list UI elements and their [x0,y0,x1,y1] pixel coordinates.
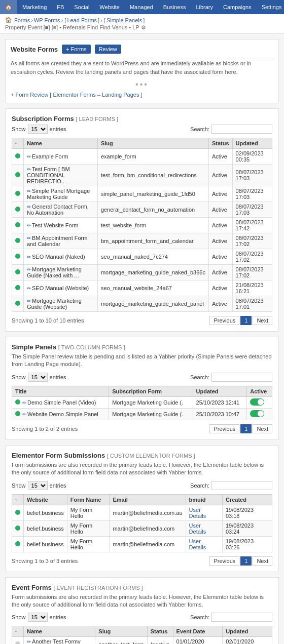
ev-col-name[interactable]: Name [24,626,95,637]
ef-col-formname[interactable]: Form Name [67,494,110,505]
next-button-subscription[interactable]: Next [253,316,272,325]
entries-select-subscription[interactable]: 152550 [28,125,48,134]
show-entries-event: Show 152550 entries [12,613,66,622]
sp-col-title[interactable]: Title [12,386,109,396]
entries-select-elementor[interactable]: 152550 [28,481,48,490]
updated-cell: 08/07/2023 17:03 [232,186,272,202]
nav-social[interactable]: Social [69,0,94,14]
form-review-bracket: [ Elementor Forms – Landing Pages ] [50,92,142,98]
review-button[interactable]: Review [95,45,121,54]
search-input-subscription[interactable] [211,125,272,134]
search-input-event[interactable] [211,613,272,622]
nav-fb[interactable]: FB [52,0,69,14]
show-entries-simple: Show 152550 entries [12,373,66,382]
sp-col-updated[interactable]: Updated [193,386,247,396]
name-cell: ✏Example Form [24,149,98,165]
nav-campaigns[interactable]: Campaigns [218,0,257,14]
website-cell: belief.business [24,536,67,552]
ev-col-updated[interactable]: Updated [223,626,272,637]
edit-icon[interactable]: ✏ [27,188,31,194]
toggle-active[interactable] [250,398,264,406]
ef-col-bmuid[interactable]: bmuid [186,494,222,505]
page-1-elementor[interactable]: 1 [240,556,252,566]
breadcrumb-simple-panels[interactable]: Simple Panels [106,17,142,23]
page-1-simple[interactable]: 1 [240,424,252,433]
ef-col-website[interactable]: Website [24,494,67,505]
nav-settings[interactable]: Settings [257,0,284,14]
show-entries-subscription: Show 152550 entries [12,125,66,134]
status-dot [15,641,20,644]
prev-button-simple[interactable]: Previous [209,424,239,433]
pagination-controls-subscription: Previous 1 Next [209,316,272,325]
updated-cell: 21/08/2023 16:21 [232,280,272,296]
ev-col-status[interactable]: Status [147,626,173,637]
next-button-simple[interactable]: Next [253,424,272,433]
ef-col-created[interactable]: Created [222,494,272,505]
user-details-link[interactable]: User Details [189,507,206,519]
col-name[interactable]: Name [24,138,98,149]
search-input-simple[interactable] [211,373,272,382]
edit-icon[interactable]: ✏ [27,254,31,260]
status-cell [12,233,24,249]
ev-col-eventdate[interactable]: Event Date [173,626,223,637]
edit-icon[interactable]: ✏ [27,223,31,228]
elementor-forms-section: Elementor Form Submissions [ CUSTOM ELEM… [5,445,279,572]
user-details-link[interactable]: User Details [189,522,206,535]
status-dot [15,269,20,274]
ev-col-slug[interactable]: Slug [95,626,147,637]
event-forms-title: Event Forms [ EVENT REGISTRATION FORMS ] [12,584,272,591]
slug-cell: seo_manual_website_24a67 [97,280,208,296]
status-dot [15,399,20,405]
edit-icon[interactable]: ✏ [27,298,31,304]
breadcrumb-lead-forms[interactable]: Lead Forms [67,17,97,23]
col-status[interactable]: Status [208,138,232,149]
nav-library[interactable]: Library [191,0,218,14]
nav-managed[interactable]: Managed [125,0,158,14]
add-forms-button[interactable]: + Forms [62,45,91,54]
sp-col-active[interactable]: Active [247,386,272,396]
entries-select-event[interactable]: 152550 [28,613,48,622]
user-details-link[interactable]: User Details [189,538,206,550]
ef-col-email[interactable]: Email [110,494,186,505]
next-button-elementor[interactable]: Next [253,556,272,566]
breadcrumb-forms[interactable]: Forms [14,17,30,23]
nav-business[interactable]: Business [158,0,191,14]
search-subscription: Search: [190,125,272,134]
prev-button-subscription[interactable]: Previous [209,316,239,325]
entries-select-simple[interactable]: 152550 [28,373,48,382]
toggle-active[interactable] [250,410,264,417]
col-slug[interactable]: Slug [97,138,208,149]
col-updated[interactable]: Updated [232,138,272,149]
table-row: ✏BM Appointment Form and Calendar bm_app… [12,233,272,249]
prev-button-elementor[interactable]: Previous [209,556,239,566]
sub-form-cell: Mortgage Marketing Guide (. [109,408,193,420]
page-1-subscription[interactable]: 1 [240,316,252,325]
edit-icon[interactable]: ✏ [27,167,31,172]
nav-marketing[interactable]: Marketing [17,0,52,14]
edit-icon[interactable]: ✏ [27,639,31,644]
nav-home[interactable]: 🏠 [0,0,17,14]
table-row: ✏SEO Manual (Naked) seo_manual_naked_7c2… [12,249,272,265]
ef-col-dot: · [12,494,24,505]
edit-icon[interactable]: ✏ [27,154,31,159]
name-cell: ✏Mortgage Marketing Guide (Naked with ..… [24,265,98,280]
form-review-anchor[interactable]: Form Review [16,92,49,98]
active-cell [247,396,272,408]
name-cell: ✏Test Form [ BM CONDITIONAL REDIRECTIO..… [24,165,98,186]
edit-icon[interactable]: ✏ [22,412,26,417]
updated-cell: 08/07/2023 17:42 [232,218,272,233]
edit-icon[interactable]: ✏ [22,400,26,406]
edit-icon[interactable]: ✏ [27,204,31,210]
status-value-cell: Active [208,202,232,218]
search-input-elementor[interactable] [211,481,272,490]
sp-col-form[interactable]: Subscription Form [109,386,193,396]
status-value-cell: Inactive [147,637,173,644]
status-cell [12,296,24,312]
status-dot [15,301,20,306]
edit-icon[interactable]: ✏ [27,235,31,241]
edit-icon[interactable]: ✏ [27,286,31,291]
showing-text-subscription: Showing 1 to 10 of 10 entries [12,317,84,324]
breadcrumb-wp-forms[interactable]: WP Forms [34,17,60,23]
edit-icon[interactable]: ✏ [27,267,31,272]
nav-website[interactable]: Website [94,0,125,14]
